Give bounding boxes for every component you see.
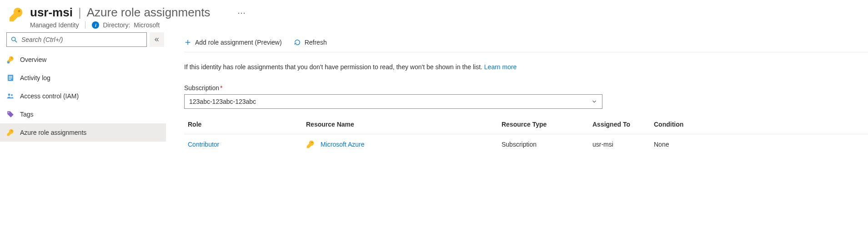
refresh-button[interactable]: Refresh bbox=[294, 39, 327, 46]
notice-text: If this identity has role assignments th… bbox=[184, 63, 482, 71]
assigned-to-cell: usr-msi bbox=[589, 141, 650, 148]
column-header-role[interactable]: Role bbox=[184, 121, 302, 128]
sidebar-item-role-assignments[interactable]: Azure role assignments bbox=[0, 123, 166, 142]
sidebar-item-overview[interactable]: Overview bbox=[0, 51, 166, 69]
tag-icon bbox=[6, 110, 15, 118]
resource-name-cell: Microsoft Azure bbox=[302, 140, 498, 149]
column-header-resource-name[interactable]: Resource Name bbox=[302, 121, 498, 128]
role-assignments-table: Role Resource Name Resource Type Assigne… bbox=[184, 114, 868, 154]
sidebar-nav: Overview Activity log Access control (IA… bbox=[0, 51, 166, 142]
sidebar-item-label: Tags bbox=[20, 111, 34, 118]
collapse-sidebar-button[interactable] bbox=[150, 32, 164, 47]
key-icon bbox=[306, 140, 315, 149]
sidebar-item-access-control[interactable]: Access control (IAM) bbox=[0, 87, 166, 105]
chevron-down-icon bbox=[591, 98, 597, 105]
toolbar: Add role assignment (Preview) Refresh bbox=[184, 32, 868, 52]
toolbar-button-label: Add role assignment (Preview) bbox=[195, 39, 282, 46]
key-icon bbox=[6, 128, 15, 137]
subscription-dropdown[interactable]: 123abc-123abc-123abc bbox=[184, 94, 602, 109]
sidebar-search[interactable] bbox=[6, 32, 147, 47]
column-header-condition[interactable]: Condition bbox=[650, 121, 714, 128]
sidebar-item-label: Azure role assignments bbox=[20, 129, 86, 136]
subscription-label: Subscription bbox=[184, 84, 219, 92]
table-header: Role Resource Name Resource Type Assigne… bbox=[184, 114, 868, 134]
permission-notice: If this identity has role assignments th… bbox=[184, 52, 868, 71]
main-content: Add role assignment (Preview) Refresh If… bbox=[166, 32, 868, 154]
column-header-resource-type[interactable]: Resource Type bbox=[498, 121, 589, 128]
info-icon[interactable]: i bbox=[92, 21, 99, 29]
sidebar: Overview Activity log Access control (IA… bbox=[0, 32, 166, 154]
sidebar-item-label: Overview bbox=[20, 56, 46, 63]
subscription-value: 123abc-123abc-123abc bbox=[189, 98, 256, 105]
role-link[interactable]: Contributor bbox=[184, 141, 302, 148]
page-header: usr-msi | Azure role assignments ⋯ Manag… bbox=[0, 0, 868, 32]
people-icon bbox=[6, 92, 15, 100]
column-header-assigned-to[interactable]: Assigned To bbox=[589, 121, 650, 128]
add-role-assignment-button[interactable]: Add role assignment (Preview) bbox=[184, 39, 282, 46]
table-row: Contributor Microsoft Azure Subscription… bbox=[184, 134, 868, 154]
toolbar-button-label: Refresh bbox=[305, 39, 327, 46]
learn-more-link[interactable]: Learn more bbox=[484, 63, 517, 71]
key-icon bbox=[6, 56, 15, 64]
resource-type-cell: Subscription bbox=[498, 141, 589, 148]
resource-name: usr-msi bbox=[30, 5, 73, 20]
chevrons-left-icon bbox=[154, 36, 160, 43]
log-icon bbox=[6, 74, 15, 82]
sidebar-item-label: Access control (IAM) bbox=[20, 92, 79, 100]
search-icon bbox=[10, 36, 18, 43]
sidebar-item-activity-log[interactable]: Activity log bbox=[0, 69, 166, 87]
page-title: Azure role assignments bbox=[87, 5, 211, 20]
directory-value: Microsoft bbox=[134, 21, 160, 29]
subscription-field: Subscription* 123abc-123abc-123abc bbox=[184, 84, 602, 109]
plus-icon bbox=[184, 39, 191, 46]
resource-name-link[interactable]: Microsoft Azure bbox=[321, 141, 364, 148]
more-actions-button[interactable]: ⋯ bbox=[234, 6, 249, 20]
refresh-icon bbox=[294, 39, 301, 46]
required-indicator: * bbox=[220, 84, 222, 92]
directory-label: Directory: bbox=[103, 21, 130, 29]
sidebar-item-tags[interactable]: Tags bbox=[0, 105, 166, 123]
resource-type-label: Managed Identity bbox=[30, 21, 79, 29]
condition-cell: None bbox=[650, 141, 714, 148]
search-input[interactable] bbox=[21, 36, 143, 43]
sidebar-item-label: Activity log bbox=[20, 74, 50, 82]
key-icon bbox=[8, 6, 25, 23]
title-separator: | bbox=[78, 5, 81, 20]
divider bbox=[85, 21, 85, 29]
